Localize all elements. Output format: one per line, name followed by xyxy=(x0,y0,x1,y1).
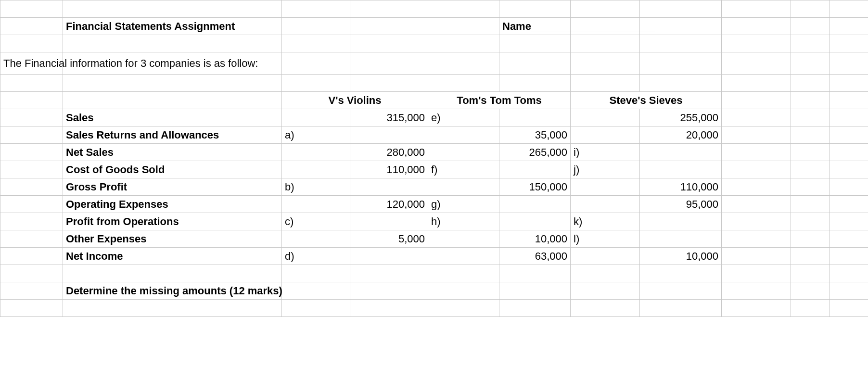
cell[interactable]: g) xyxy=(428,196,499,213)
table-row[interactable]: Net Income d) 63,000 10,000 xyxy=(0,248,868,265)
name-blank-line: _____________________ xyxy=(531,20,655,32)
cell[interactable] xyxy=(640,161,722,178)
cell[interactable]: a) xyxy=(282,126,350,144)
row-label-gross: Gross Profit xyxy=(63,178,282,196)
cell[interactable]: e) xyxy=(428,109,499,126)
cell[interactable]: 20,000 xyxy=(640,126,722,144)
row-label-cogs: Cost of Goods Sold xyxy=(63,161,282,178)
cell[interactable] xyxy=(499,109,571,126)
cell[interactable]: 255,000 xyxy=(640,109,722,126)
table-row[interactable]: Determine the missing amounts (12 marks) xyxy=(0,282,868,300)
row-label-opex: Operating Expenses xyxy=(63,196,282,213)
cell[interactable]: 150,000 xyxy=(499,178,571,196)
cell[interactable]: 315,000 xyxy=(350,109,428,126)
cell[interactable] xyxy=(640,213,722,230)
table-row[interactable] xyxy=(0,35,868,52)
table-row[interactable]: Sales Returns and Allowances a) 35,000 2… xyxy=(0,126,868,144)
cell[interactable]: 110,000 xyxy=(640,178,722,196)
cell[interactable]: 280,000 xyxy=(350,144,428,161)
cell[interactable]: j) xyxy=(571,161,640,178)
cell[interactable]: 95,000 xyxy=(640,196,722,213)
row-label-netsales: Net Sales xyxy=(63,144,282,161)
cell[interactable]: k) xyxy=(571,213,640,230)
cell[interactable]: 10,000 xyxy=(640,248,722,265)
table-row[interactable]: Other Expenses 5,000 10,000 l) xyxy=(0,230,868,248)
cell[interactable]: 110,000 xyxy=(350,161,428,178)
cell[interactable]: 10,000 xyxy=(499,230,571,248)
cell[interactable] xyxy=(282,109,350,126)
cell[interactable]: i) xyxy=(571,144,640,161)
cell[interactable] xyxy=(350,178,428,196)
assignment-title: Financial Statements Assignment xyxy=(63,18,282,35)
cell[interactable]: l) xyxy=(571,230,640,248)
cell[interactable] xyxy=(282,196,350,213)
cell[interactable] xyxy=(428,248,499,265)
cell[interactable]: c) xyxy=(282,213,350,230)
cell[interactable] xyxy=(640,144,722,161)
cell[interactable] xyxy=(428,144,499,161)
company-header-3: Steve's Sieves xyxy=(571,92,722,109)
table-row[interactable] xyxy=(0,0,868,18)
table-row[interactable]: The Financial information for 3 companie… xyxy=(0,52,868,75)
cell[interactable] xyxy=(428,230,499,248)
company-header-2: Tom's Tom Toms xyxy=(428,92,571,109)
cell[interactable]: 265,000 xyxy=(499,144,571,161)
table-row[interactable]: Gross Profit b) 150,000 110,000 xyxy=(0,178,868,196)
table-row[interactable] xyxy=(0,300,868,317)
name-label: Name xyxy=(502,20,531,32)
cell[interactable] xyxy=(350,213,428,230)
cell[interactable] xyxy=(499,196,571,213)
cell[interactable] xyxy=(282,230,350,248)
row-label-sales: Sales xyxy=(63,109,282,126)
cell[interactable]: 5,000 xyxy=(350,230,428,248)
cell[interactable]: 35,000 xyxy=(499,126,571,144)
cell[interactable] xyxy=(350,126,428,144)
table-row[interactable]: Financial Statements Assignment Name____… xyxy=(0,18,868,35)
cell[interactable] xyxy=(428,178,499,196)
table-row[interactable]: Cost of Goods Sold 110,000 f) j) xyxy=(0,161,868,178)
row-label-returns: Sales Returns and Allowances xyxy=(63,126,282,144)
table-row[interactable]: Profit from Operations c) h) k) xyxy=(0,213,868,230)
company-header-1: V's Violins xyxy=(282,92,428,109)
cell[interactable] xyxy=(282,144,350,161)
cell[interactable] xyxy=(571,126,640,144)
cell[interactable] xyxy=(428,126,499,144)
cell[interactable]: b) xyxy=(282,178,350,196)
spreadsheet-grid[interactable]: Financial Statements Assignment Name____… xyxy=(0,0,868,317)
table-row[interactable]: Net Sales 280,000 265,000 i) xyxy=(0,144,868,161)
intro-text: The Financial information for 3 companie… xyxy=(0,52,63,75)
cell[interactable]: d) xyxy=(282,248,350,265)
table-row[interactable] xyxy=(0,265,868,282)
cell[interactable] xyxy=(571,248,640,265)
cell[interactable] xyxy=(571,109,640,126)
table-row[interactable] xyxy=(0,75,868,92)
task-instruction: Determine the missing amounts (12 marks) xyxy=(63,282,282,300)
name-label-cell: Name_____________________ xyxy=(499,18,571,35)
cell[interactable] xyxy=(571,196,640,213)
cell[interactable]: h) xyxy=(428,213,499,230)
cell[interactable] xyxy=(499,161,571,178)
cell[interactable]: 63,000 xyxy=(499,248,571,265)
cell[interactable] xyxy=(282,161,350,178)
cell[interactable] xyxy=(499,213,571,230)
cell[interactable] xyxy=(571,178,640,196)
row-label-opprofit: Profit from Operations xyxy=(63,213,282,230)
row-label-otherex: Other Expenses xyxy=(63,230,282,248)
table-row[interactable]: Sales 315,000 e) 255,000 xyxy=(0,109,868,126)
cell[interactable] xyxy=(350,248,428,265)
row-label-netinc: Net Income xyxy=(63,248,282,265)
cell[interactable]: 120,000 xyxy=(350,196,428,213)
table-row[interactable]: V's Violins Tom's Tom Toms Steve's Sieve… xyxy=(0,92,868,109)
cell[interactable]: f) xyxy=(428,161,499,178)
table-row[interactable]: Operating Expenses 120,000 g) 95,000 xyxy=(0,196,868,213)
cell[interactable] xyxy=(640,230,722,248)
